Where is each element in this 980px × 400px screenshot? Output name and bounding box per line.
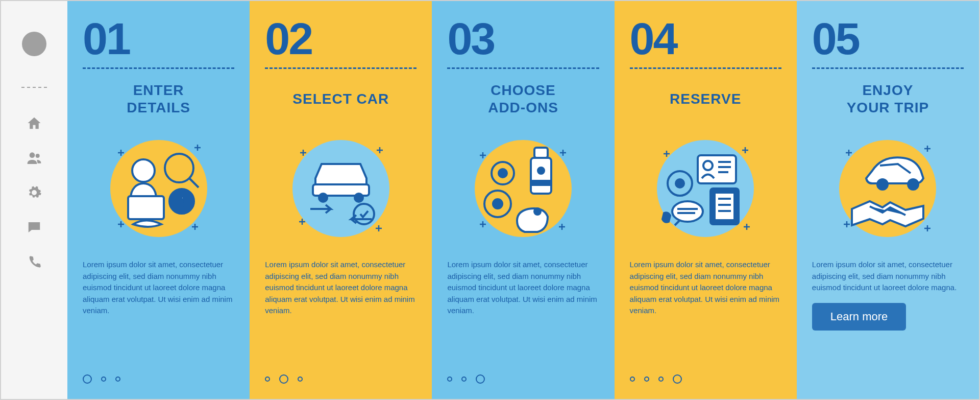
svg-point-5 (132, 159, 155, 182)
svg-point-26 (703, 161, 713, 170)
svg-rect-6 (128, 196, 164, 219)
addons-icon (447, 127, 599, 250)
gear-icon[interactable] (24, 183, 44, 202)
page-dots (630, 362, 781, 384)
divider (812, 67, 964, 69)
svg-point-41 (877, 179, 888, 190)
step-description: Lorem ipsum dolor sit amet, consectetuer… (265, 259, 416, 317)
divider (447, 67, 599, 69)
divider (630, 67, 781, 69)
step-number: 05 (812, 16, 964, 61)
step-number: 03 (447, 16, 599, 61)
step-panel-05: 05 ENJOY YOUR TRIP Lorem ipsum dolor sit… (797, 1, 979, 399)
reserve-icon (630, 127, 781, 250)
sidebar-divider (21, 87, 47, 88)
svg-point-23 (534, 208, 541, 215)
step-panel-01: 01 ENTER DETAILS i Lorem ipsum dolor sit (67, 1, 250, 399)
svg-point-22 (493, 199, 502, 208)
step-panel-03: 03 CHOOSE ADD-ONS Lorem ipsum dolor sit … (432, 1, 614, 399)
step-description: Lorem ipsum dolor sit amet, consectetuer… (812, 259, 964, 294)
step-title: SELECT CAR (265, 81, 416, 117)
svg-rect-18 (532, 181, 550, 185)
handshake-car-icon (812, 127, 964, 250)
page-dots (265, 362, 416, 384)
svg-point-0 (30, 152, 35, 158)
page-dots (83, 362, 234, 384)
svg-rect-15 (531, 158, 551, 194)
phone-icon[interactable] (24, 252, 44, 272)
step-description: Lorem ipsum dolor sit amet, consectetuer… (630, 259, 781, 317)
svg-point-42 (908, 179, 918, 190)
car-select-icon (265, 127, 416, 250)
page-dots (447, 362, 599, 384)
svg-rect-25 (698, 155, 736, 183)
step-panel-02: 02 SELECT CAR Lorem ipsum dolor sit amet… (250, 1, 432, 399)
chat-icon[interactable] (24, 218, 44, 237)
svg-point-20 (499, 169, 507, 177)
svg-text:i: i (180, 194, 184, 209)
step-title: RESERVE (630, 81, 781, 117)
home-icon[interactable] (24, 113, 44, 133)
steps-container: 01 ENTER DETAILS i Lorem ipsum dolor sit (67, 1, 979, 399)
step-description: Lorem ipsum dolor sit amet, consectetuer… (83, 259, 234, 317)
step-number: 01 (83, 16, 234, 61)
svg-point-11 (319, 194, 327, 202)
svg-point-17 (538, 168, 544, 174)
divider (83, 67, 234, 69)
step-title: ENJOY YOUR TRIP (812, 81, 964, 117)
users-icon[interactable] (24, 148, 44, 168)
step-panel-04: 04 RESERVE Lorem ipsum dolor sit amet, c (615, 1, 797, 399)
step-number: 02 (265, 16, 416, 61)
divider (265, 67, 416, 69)
sidebar (1, 1, 67, 399)
svg-rect-31 (715, 193, 734, 220)
step-description: Lorem ipsum dolor sit amet, consectetuer… (447, 259, 599, 317)
step-title: ENTER DETAILS (83, 81, 234, 117)
logo-placeholder (22, 32, 46, 56)
svg-point-12 (355, 194, 363, 202)
step-number: 04 (630, 16, 781, 61)
svg-point-1 (36, 154, 40, 158)
learn-more-button[interactable]: Learn more (812, 303, 906, 331)
svg-point-37 (672, 201, 703, 222)
step-title: CHOOSE ADD-ONS (447, 81, 599, 117)
svg-point-36 (676, 179, 684, 187)
onboarding-frame: 01 ENTER DETAILS i Lorem ipsum dolor sit (0, 0, 980, 400)
user-search-icon: i (83, 127, 234, 250)
svg-rect-16 (534, 148, 548, 158)
